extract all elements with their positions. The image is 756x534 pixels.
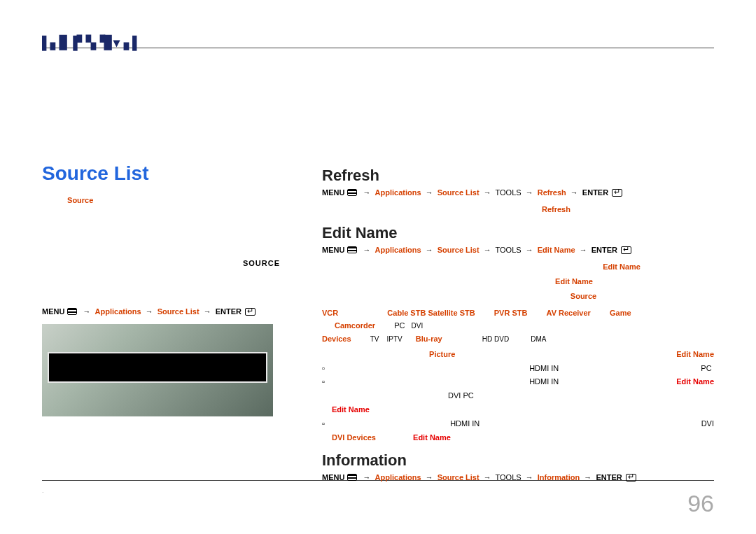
b1-pc: PC [701, 364, 711, 372]
p-menu: MENU [322, 246, 344, 254]
path-editname: MENU → Applications → Source List → TOOL… [322, 245, 714, 254]
p-apps: Applications [375, 188, 421, 197]
p-src: Source List [438, 188, 479, 197]
source-caps: SOURCE [42, 259, 280, 267]
heading-information: Information [322, 451, 714, 470]
b3-dvidev: DVI Devices [332, 433, 376, 442]
p-enter: ENTER [592, 246, 617, 254]
section-refresh: Refresh MENU → Applications → Source Lis… [322, 167, 714, 217]
dev-devices: Devices [322, 335, 351, 343]
bullet-row-2: ▫ …………………………………… HDMI IN DVI PC Edit Nam… [322, 375, 714, 416]
menu-icon [347, 246, 357, 253]
b1-en: Edit Name [676, 377, 714, 386]
heading-refresh: Refresh [322, 167, 714, 185]
p-editname: Edit Name [538, 246, 575, 254]
screenshot-placeholder [42, 324, 273, 416]
source-intro: ……… Source ………… [42, 195, 294, 207]
b3-hdmin: HDMI IN [450, 419, 479, 428]
dev-cam: Camcorder [335, 321, 375, 330]
dev-pvr: PVR STB [494, 309, 528, 317]
p-info: Information [538, 473, 580, 482]
dev-game: Game [610, 309, 631, 317]
b3-en: Edit Name [413, 433, 451, 442]
kw-source: Source [67, 196, 93, 204]
b2-hdmin: HDMI IN [529, 377, 559, 386]
heading-source-list: Source List [42, 162, 294, 185]
kw-en2: Edit Name [555, 277, 593, 286]
p-tools: TOOLS [496, 473, 522, 482]
brand-logo: ▌▖▊▐▘▚▝▊▾▗▐ [42, 35, 136, 50]
p-apps: Applications [375, 473, 421, 482]
b2-en: Edit Name [332, 405, 370, 414]
dev-sat: Satellite STB [428, 309, 475, 317]
kw-en3: Edit Name [676, 350, 714, 358]
footer-code: . [42, 487, 44, 494]
kw-refresh: Refresh [542, 205, 570, 213]
path-applications: Applications [95, 307, 141, 316]
bullet-row-1: ▫ …………………………………… HDMI IN PC Edit Name [322, 362, 714, 376]
path-refresh: MENU → Applications → Source List → TOOL… [322, 188, 714, 197]
section-editname: Edit Name MENU → Applications → Source L… [322, 224, 714, 444]
enter-icon [626, 474, 636, 482]
p-menu: MENU [322, 473, 344, 482]
path-menu: MENU [42, 307, 64, 316]
p-tools: TOOLS [496, 246, 522, 254]
editname-body: ………………………… Edit Name …… …………… Edit Name … [322, 260, 714, 304]
top-rule [42, 48, 714, 48]
path-information: MENU → Applications → Source List → TOOL… [322, 472, 714, 482]
p-src: Source List [438, 246, 479, 254]
p-enter: ENTER [596, 473, 622, 482]
refresh-body: …………………………………… Refresh …… [322, 202, 714, 217]
b1-hdmin: HDMI IN [529, 364, 559, 372]
page-number: 96 [687, 490, 714, 517]
devices-list: VCR Cable STB Satellite STB PVR STB AV R… [322, 307, 714, 346]
menu-icon [67, 308, 77, 315]
enter-icon [612, 189, 622, 197]
enter-icon [245, 308, 255, 316]
dev-bluray: Blu-ray [416, 335, 442, 343]
enter-icon [621, 246, 631, 254]
section-information: Information MENU → Applications → Source… [322, 451, 714, 482]
heading-editname: Edit Name [322, 224, 714, 242]
p-enter: ENTER [582, 188, 608, 197]
screenshot-menu-bar [48, 352, 267, 383]
kw-src: Source [570, 292, 596, 300]
path-sourcelist-label: Source List [158, 307, 200, 316]
p-tools: TOOLS [496, 188, 522, 197]
dev-av: AV Receiver [547, 309, 591, 317]
path-enter: ENTER [216, 307, 241, 316]
picture-line: Picture ………………………………………………………………………… Edi… [322, 347, 714, 362]
dev-cable: Cable STB [387, 309, 426, 317]
menu-icon [347, 189, 357, 196]
dev-vcr: VCR [322, 309, 338, 317]
path-sourcelist: MENU → Applications → Source List → ENTE… [42, 307, 294, 316]
menu-icon [347, 474, 357, 481]
kw-en1: Edit Name [603, 262, 640, 271]
kw-picture: Picture [429, 350, 455, 358]
p-apps: Applications [375, 246, 421, 254]
p-refresh: Refresh [538, 188, 566, 197]
p-menu: MENU [322, 188, 344, 197]
p-src: Source List [438, 473, 479, 482]
bullet-row-3: ▫ …………………………… HDMI IN DVI DVI Devices Ed… [322, 417, 714, 445]
